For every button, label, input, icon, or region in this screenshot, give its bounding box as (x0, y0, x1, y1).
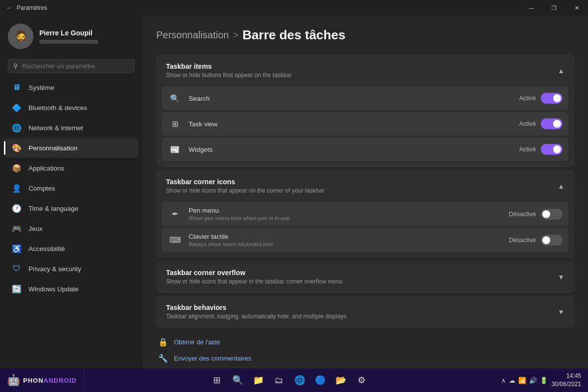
help-link[interactable]: 🔒 Obtenir de l'aide (158, 337, 574, 347)
nav-icon-bluetooth: 🔷 (12, 103, 22, 112)
clock-time: 14:45 (552, 372, 581, 380)
toggle-clavier-tactile[interactable] (541, 235, 562, 246)
avatar: 🧔 (8, 24, 33, 49)
setting-text-widgets: Widgets (189, 146, 512, 153)
sidebar: 🧔 Pierre Le Goupil ⚲ 🖥 Système 🔷 Bluetoo… (0, 16, 142, 368)
nav-icon-accessibilite: ♿ (12, 244, 22, 253)
toggle-taskview[interactable] (541, 118, 562, 129)
chrome-icon[interactable]: 🌐 (291, 371, 308, 389)
chevron-taskbar-corner-icons: ▲ (558, 182, 564, 190)
section-title-taskbar-behaviors: Taskbar behaviors (166, 304, 347, 311)
minimize-button[interactable]: — (520, 0, 543, 16)
setting-label-taskview: Task view (189, 120, 512, 128)
sidebar-item-applications[interactable]: 📦 Applications (4, 158, 139, 178)
sidebar-item-personnalisation[interactable]: 🎨 Personnalisation (4, 138, 139, 158)
setting-row-pen-menu: ✒ Pen menu Show pen menu icon when pen i… (162, 202, 568, 226)
section-taskbar-items: Taskbar items Show or hide buttons that … (156, 55, 574, 167)
sidebar-item-systeme[interactable]: 🖥 Système (4, 78, 139, 97)
maximize-button[interactable]: ❐ (543, 0, 565, 16)
breadcrumb: Personnalisation > Barre des tâches (156, 28, 574, 43)
nav-icon-comptes: 👤 (12, 183, 22, 193)
setting-row-clavier-tactile: ⌨ Clavier tactile Always show touch keyb… (162, 228, 568, 252)
clock-date: 30/06/2021 (552, 380, 581, 389)
setting-row-widgets: 📰 Widgets Activé (162, 138, 568, 161)
search-icon: ⚲ (13, 62, 18, 70)
sidebar-item-windowsupdate[interactable]: 🔄 Windows Update (4, 279, 139, 299)
user-bar (39, 40, 98, 44)
tray-chevron[interactable]: ∧ (501, 377, 506, 384)
search-box[interactable]: ⚲ (8, 59, 135, 73)
setting-control-search: Activé (519, 93, 562, 104)
nav-label-network: Network & internet (28, 124, 83, 132)
setting-text-pen-menu: Pen menu Show pen menu icon when pen is … (189, 207, 502, 221)
brand-android: ANDROID (44, 377, 77, 384)
feedback-link[interactable]: 🔧 Envoyer des commentaires (158, 354, 574, 363)
nav-icon-privacy: 🛡 (12, 264, 22, 274)
nav-icon-time: 🕐 (12, 203, 22, 213)
section-header-taskbar-items[interactable]: Taskbar items Show or hide buttons that … (156, 55, 574, 86)
section-title-block-taskbar-corner-icons: Taskbar corner icons Show or hide icons … (166, 178, 324, 194)
sidebar-item-time[interactable]: 🕐 Time & language (4, 198, 139, 218)
section-title-block-taskbar-behaviors: Taskbar behaviors Taskbar alignment, bad… (166, 304, 347, 320)
close-button[interactable]: ✕ (565, 0, 588, 16)
section-header-taskbar-corner-icons[interactable]: Taskbar corner icons Show or hide icons … (156, 170, 574, 202)
settings-icon[interactable]: ⚙ (353, 371, 370, 389)
section-header-taskbar-corner-overflow[interactable]: Taskbar corner overflow Show or hide ico… (156, 261, 574, 293)
sidebar-item-accessibilite[interactable]: ♿ Accessibilité (4, 239, 139, 258)
setting-label-widgets: Widgets (189, 146, 512, 153)
msstore-icon[interactable]: 🔵 (311, 371, 329, 389)
sidebar-item-bluetooth[interactable]: 🔷 Bluetooth & devices (4, 98, 139, 117)
search-taskbar-icon[interactable]: 🔍 (229, 371, 247, 389)
section-taskbar-corner-icons: Taskbar corner icons Show or hide icons … (156, 170, 574, 258)
section-subtitle-taskbar-corner-overflow: Show or hide icons that appear in the ta… (166, 278, 343, 285)
sidebar-item-network[interactable]: 🌐 Network & internet (4, 118, 139, 138)
setting-icon-search: 🔍 (168, 91, 182, 105)
brand-logo: 🤖 (7, 374, 20, 387)
section-title-taskbar-items: Taskbar items (166, 62, 292, 70)
sidebar-item-privacy[interactable]: 🛡 Privacy & security (4, 259, 139, 279)
nav-label-accessibilite: Accessibilité (28, 245, 65, 252)
nav-label-systeme: Système (28, 84, 55, 91)
section-header-taskbar-behaviors[interactable]: Taskbar behaviors Taskbar alignment, bad… (156, 296, 574, 328)
toggle-knob-widgets (553, 145, 561, 153)
chevron-taskbar-behaviors: ▼ (558, 308, 564, 316)
clock: 14:45 30/06/2021 (552, 372, 581, 389)
toggle-pen-menu[interactable] (541, 209, 562, 220)
status-label-search: Activé (519, 95, 536, 102)
section-taskbar-behaviors: Taskbar behaviors Taskbar alignment, bad… (156, 296, 574, 328)
nav-label-time: Time & language (28, 205, 79, 212)
user-section: 🧔 Pierre Le Goupil (0, 16, 142, 57)
toggle-knob-search (553, 94, 561, 102)
nav-label-windowsupdate: Windows Update (28, 285, 79, 293)
setting-control-taskview: Activé (519, 118, 562, 129)
status-label-widgets: Activé (519, 146, 536, 153)
breadcrumb-separator: > (233, 29, 239, 41)
window-controls: — ❐ ✕ (520, 0, 588, 16)
cloud-icon: ☁ (509, 377, 515, 384)
search-input[interactable] (22, 62, 129, 70)
status-label-taskview: Activé (519, 120, 536, 127)
explorer-icon[interactable]: 📂 (332, 371, 350, 389)
setting-desc-clavier-tactile: Always show touch keyboard icon (189, 241, 502, 247)
section-subtitle-taskbar-items: Show or hide buttons that appear on the … (166, 72, 292, 79)
toggle-widgets[interactable] (541, 144, 562, 155)
setting-icon-pen-menu: ✒ (168, 207, 182, 221)
app-body: 🧔 Pierre Le Goupil ⚲ 🖥 Système 🔷 Bluetoo… (0, 16, 588, 368)
nav-icon-windowsupdate: 🔄 (12, 284, 22, 294)
back-button[interactable]: ← (6, 4, 13, 12)
toggle-search[interactable] (541, 93, 562, 104)
main-content: Personnalisation > Barre des tâches Task… (142, 16, 588, 368)
start-icon[interactable]: ⊞ (208, 371, 226, 389)
setting-control-widgets: Activé (519, 144, 562, 155)
nav-label-bluetooth: Bluetooth & devices (28, 104, 87, 112)
sidebar-item-comptes[interactable]: 👤 Comptes (4, 178, 139, 198)
taskbar-center: ⊞🔍📁🗂🌐🔵📂⚙ (84, 371, 494, 389)
section-subtitle-taskbar-behaviors: Taskbar alignment, badging, automaticall… (166, 313, 347, 320)
sidebar-item-jeux[interactable]: 🎮 Jeux (4, 219, 139, 238)
file-icon[interactable]: 📁 (250, 371, 267, 389)
section-subtitle-taskbar-corner-icons: Show or hide icons that appear on the co… (166, 187, 324, 194)
toggle-knob-pen-menu (542, 210, 550, 218)
setting-control-clavier-tactile: Désactivé (509, 235, 562, 246)
ms-edge-icon[interactable]: 🗂 (270, 371, 288, 389)
breadcrumb-parent: Personnalisation (156, 29, 229, 41)
